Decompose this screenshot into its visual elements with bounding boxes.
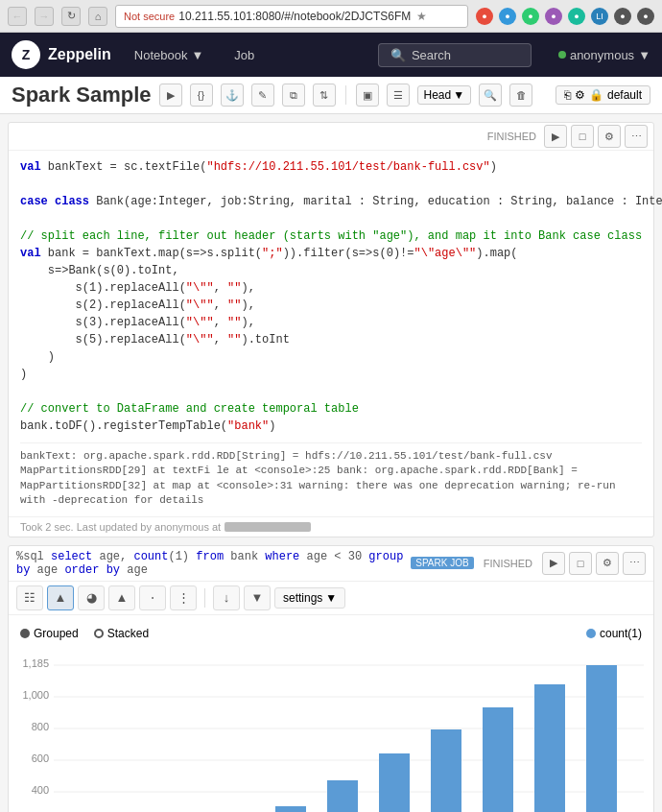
cell-2-sql: %sql select age, count(1) from bank wher… [16,550,407,577]
lock-icon: 🔒 [589,88,603,102]
forward-btn[interactable]: → [35,7,54,26]
cell-1-redacted [225,522,311,532]
cell-1-hide[interactable]: □ [571,125,594,148]
cell-2: %sql select age, count(1) from bank wher… [8,545,654,812]
cell-1-footer: Took 2 sec. Last updated by anonymous at [9,516,653,537]
cell-2-settings[interactable]: ⚙ [596,552,619,575]
legend-stacked: Stacked [94,627,149,640]
nav-notebook-arrow: ▼ [191,48,203,62]
svg-text:400: 400 [32,784,49,796]
nav-job-label: Job [234,48,254,62]
cell-1-run[interactable]: ▶ [544,125,567,148]
count-dot [586,629,596,638]
edit-btn[interactable]: ✎ [251,84,274,107]
search-btn2[interactable]: 🔍 [479,84,502,107]
toolbar-sep-1 [345,85,346,105]
default-btn[interactable]: ⎗ ⚙ 🔒 default [556,85,650,105]
cell-1-status: FINISHED [487,131,536,142]
shortcuts-btn[interactable]: ⚓ [221,84,244,107]
hide-code-btn[interactable]: {} [190,84,213,107]
cell-2-status: FINISHED [484,558,532,569]
default-label: default [607,88,642,102]
head-dropdown[interactable]: Head ▼ [417,85,472,105]
chart-legend: Grouped Stacked count(1) [20,627,642,640]
svg-text:1,185: 1,185 [22,657,49,669]
bar-26 [431,729,461,812]
bar-29 [586,665,617,812]
url-text: 10.211.55.101:8080/#/notebook/2DJCTS6FM [178,10,411,23]
bar-24 [327,780,358,812]
bar-25 [379,753,410,812]
browser-icon-5: ● [568,8,585,25]
bar-chart-btn[interactable]: ▲ [47,585,74,610]
nav-notebook[interactable]: Notebook ▼ [127,44,212,66]
export-btn[interactable]: ⇅ [313,84,336,107]
settings-arrow: ▼ [325,591,337,605]
cell-2-run[interactable]: ▶ [542,552,565,575]
table-view-btn[interactable]: ☷ [16,585,43,610]
nav-notebook-label: Notebook [134,48,188,62]
settings-dropdown-btn[interactable]: settings ▼ [274,587,345,609]
cell-2-hide[interactable]: □ [569,552,592,575]
cell-1-toolbar: FINISHED ▶ □ ⚙ ⋯ [9,123,653,151]
search-placeholder: Search [412,48,451,62]
run-all-btn[interactable]: ▶ [159,84,182,107]
cell-1-output: bankText: org.apache.spark.rdd.RDD[Strin… [20,442,642,509]
home-btn[interactable]: ⌂ [88,7,107,26]
cell-1-more[interactable]: ⋯ [625,125,648,148]
head-label: Head [424,88,452,102]
cell-2-more[interactable]: ⋯ [623,552,646,575]
browser-icon-8: ● [637,8,654,25]
stacked-label: Stacked [107,627,149,640]
nav-job[interactable]: Job [226,44,262,66]
area-chart-btn[interactable]: ▲ [108,585,135,610]
browser-icon-3: ● [522,8,539,25]
online-dot [558,51,566,59]
browser-icons: ● ● ● ● ● LI ● ● [476,8,654,25]
more-btn[interactable]: ▼ [244,585,271,610]
trash-btn[interactable]: 🗑 [509,84,532,107]
spark-job-badge: SPARK JOB [411,557,473,569]
back-btn[interactable]: ← [8,7,27,26]
cell-1-body: val bankText = sc.textFile("hdfs://10.21… [9,151,653,516]
browser-icon-4: ● [545,8,562,25]
bar-23 [275,806,306,812]
address-bar[interactable]: Not secure 10.211.55.101:8080/#/notebook… [115,5,468,28]
cell-1-footer-text: Took 2 sec. Last updated by anonymous at [20,521,221,533]
cell-1-code: val bankText = sc.textFile("hdfs://10.21… [20,158,642,435]
browser-icon-6: LI [591,8,608,25]
navbar: Z Zeppelin Notebook ▼ Job 🔍 Search anony… [0,33,662,77]
browser-icon-2: ● [499,8,516,25]
cell-1: FINISHED ▶ □ ⚙ ⋯ val bankText = sc.textF… [8,122,654,537]
scatter-btn[interactable]: ⋮ [170,585,197,610]
grouped-dot [20,629,30,638]
main-content: FINISHED ▶ □ ⚙ ⋯ val bankText = sc.textF… [0,114,662,812]
bar-28 [534,684,565,812]
line-chart-btn[interactable]: ⋅ [139,585,166,610]
clone-btn[interactable]: ⧉ [282,84,305,107]
chart-controls: ☷ ▲ ◕ ▲ ⋅ ⋮ ↓ ▼ settings ▼ [9,582,653,615]
svg-text:600: 600 [32,752,49,764]
not-secure-label: Not secure [124,11,175,22]
logo: Z Zeppelin [12,40,111,69]
download-btn[interactable]: ↓ [213,585,240,610]
user-label: anonymous [570,48,634,62]
grouped-label: Grouped [34,627,79,640]
refresh-btn[interactable]: ↻ [61,7,81,26]
svg-text:800: 800 [32,721,49,732]
browser-icon-7: ● [614,8,631,25]
browser-chrome: ← → ↻ ⌂ Not secure 10.211.55.101:8080/#/… [0,0,662,33]
cell-2-toolbar: %sql select age, count(1) from bank wher… [9,546,653,582]
cell-1-settings[interactable]: ⚙ [598,125,621,148]
logo-letter: Z [22,47,31,62]
lines-btn[interactable]: ☰ [387,84,410,107]
gear-icon: ⚙ [575,88,585,102]
chart-sep [204,588,205,608]
pie-chart-btn[interactable]: ◕ [78,585,105,610]
settings-btn2[interactable]: ▣ [356,84,379,107]
page-header: Spark Sample ▶ {} ⚓ ✎ ⧉ ⇅ ▣ ☰ Head ▼ 🔍 🗑… [0,77,662,114]
settings-label: settings [283,591,322,605]
legend-grouped: Grouped [20,627,79,640]
legend-count: count(1) [586,627,642,640]
search-bar[interactable]: 🔍 Search [378,43,532,67]
